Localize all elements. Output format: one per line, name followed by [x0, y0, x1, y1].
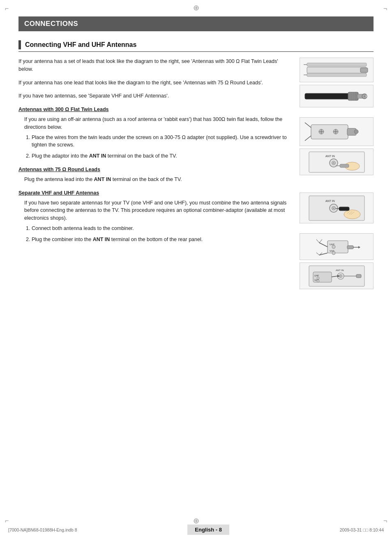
- subsection-separate-body: If you have two separate antennas for yo…: [24, 199, 291, 244]
- flat-twin-step-2: Plug the adaptor into the ANT IN termina…: [32, 152, 291, 160]
- separate-intro: If you have two separate antennas for yo…: [24, 199, 291, 222]
- flat-twin-intro: If you are using an off-air antenna (suc…: [24, 116, 291, 131]
- svg-rect-1: [307, 63, 367, 66]
- subsection-flat-twin: Antennas with 300 Ω Flat Twin Leads If y…: [18, 107, 291, 160]
- corner-mark-bl: ⌐: [5, 517, 9, 525]
- svg-rect-3: [360, 68, 368, 72]
- svg-rect-31: [340, 164, 349, 167]
- svg-rect-7: [348, 92, 358, 100]
- diagram-300-75-adapter: [300, 117, 374, 146]
- svg-line-56: [316, 253, 319, 255]
- subsection-flat-twin-body: If you are using an off-air antenna (suc…: [24, 116, 291, 160]
- diagram-flat-twin-antenna: [300, 58, 374, 82]
- svg-point-37: [333, 207, 334, 209]
- subsection-separate-title: Separate VHF and UHF Antennas: [18, 190, 291, 196]
- footer-file-info: [7000-NA]BN68-01988H-Eng.indb 8: [8, 527, 77, 532]
- svg-point-29: [333, 162, 334, 163]
- subsection-separate: Separate VHF and UHF Antennas If you hav…: [18, 190, 291, 244]
- svg-line-23: [305, 123, 311, 128]
- svg-rect-39: [339, 207, 349, 211]
- intro-para-1: If your antenna has a set of leads that …: [18, 58, 291, 73]
- svg-rect-2: [307, 73, 367, 77]
- svg-point-67: [340, 275, 341, 276]
- footer-page-number: English - 8: [187, 525, 229, 535]
- svg-rect-14: [311, 125, 348, 139]
- svg-text:ANT IN: ANT IN: [336, 269, 344, 272]
- diagram-ant-in-back: ANT IN: [300, 149, 374, 175]
- round-body: Plug the antenna lead into the ANT IN te…: [24, 176, 291, 183]
- separate-step-2: Plug the combiner into the ANT IN termin…: [32, 236, 291, 244]
- diagram-column: ANT IN ANT IN: [300, 58, 374, 289]
- svg-line-24: [305, 136, 311, 141]
- svg-rect-49: [347, 246, 353, 249]
- svg-text:UHF: UHF: [314, 274, 319, 277]
- diagram-round-antenna: [300, 85, 374, 107]
- flat-twin-step-1: Place the wires from the twin leads unde…: [32, 134, 291, 149]
- separate-steps: Connect both antenna leads to the combin…: [32, 225, 291, 244]
- page-title: CONNECTIONS: [18, 16, 374, 31]
- svg-line-53: [316, 239, 319, 243]
- svg-point-63: [317, 280, 319, 282]
- section-bar-indicator: [18, 40, 21, 49]
- subsection-round-title: Antennas with 75 Ω Round Leads: [18, 167, 291, 172]
- separate-step-1: Connect both antenna leads to the combin…: [32, 225, 291, 232]
- text-column: If your antenna has a set of leads that …: [18, 58, 291, 289]
- footer-timestamp: 2009-03-31 □□ 8:10:44: [340, 527, 384, 532]
- svg-point-48: [332, 251, 335, 255]
- main-content-area: If your antenna has a set of leads that …: [18, 58, 374, 289]
- subsection-flat-twin-title: Antennas with 300 Ω Flat Twin Leads: [18, 107, 291, 112]
- footer: [7000-NA]BN68-01988H-Eng.indb 8 English …: [0, 525, 392, 535]
- subsection-round-body: Plug the antenna lead into the ANT IN te…: [24, 176, 291, 183]
- flat-twin-steps: Place the wires from the twin leads unde…: [32, 134, 291, 160]
- diagram-ant-in-round: ANT IN: [300, 193, 374, 223]
- svg-marker-51: [358, 246, 360, 248]
- svg-point-22: [354, 130, 358, 134]
- svg-text:ANT IN: ANT IN: [325, 155, 335, 158]
- svg-rect-69: [356, 274, 361, 278]
- section-title: Connecting VHF and UHF Antennas: [25, 41, 136, 49]
- section-header: Connecting VHF and UHF Antennas: [18, 40, 374, 52]
- svg-rect-6: [305, 93, 350, 99]
- center-bottom-crosshair: ⊕: [193, 516, 199, 525]
- svg-rect-0: [307, 67, 367, 73]
- intro-para-2: If your antenna has one lead that looks …: [18, 79, 291, 87]
- svg-point-13: [364, 95, 365, 97]
- intro-para-3: If you have two antennas, see 'Separate …: [18, 92, 291, 100]
- svg-line-52: [319, 243, 327, 247]
- diagram-combiner: UHF VHF: [300, 233, 374, 260]
- center-top-crosshair: ⊕: [193, 3, 199, 12]
- svg-point-46: [332, 245, 335, 248]
- svg-line-54: [319, 239, 322, 243]
- corner-mark-br: ⌐: [383, 517, 387, 525]
- svg-point-38: [344, 210, 360, 219]
- corner-mark-tr: ⌐: [383, 5, 387, 12]
- diagram-ant-in-bottom: UHF VHF ANT IN: [300, 262, 374, 289]
- subsection-round: Antennas with 75 Ω Round Leads Plug the …: [18, 167, 291, 183]
- svg-text:ANT IN: ANT IN: [325, 200, 335, 202]
- corner-mark-tl: ⌐: [5, 5, 9, 12]
